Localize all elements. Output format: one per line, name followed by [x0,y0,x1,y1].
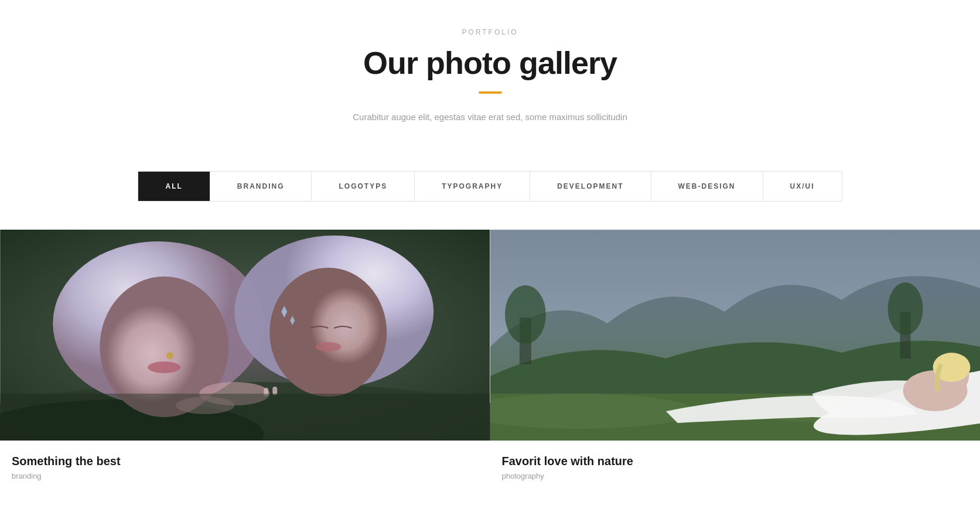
caption-category-2: photography [502,472,969,480]
svg-point-9 [315,342,341,351]
svg-point-24 [887,282,923,335]
filter-tab-logotyps[interactable]: LOGOTYPS [312,172,415,201]
filter-tab-development[interactable]: DEVELOPMENT [530,172,651,201]
title-underline [479,91,502,94]
page-wrapper: PORTFOLIO Our photo gallery Curabitur au… [0,0,980,490]
svg-point-8 [269,268,387,397]
filter-tab-branding[interactable]: BRANDING [210,172,312,201]
svg-rect-14 [0,394,490,441]
portfolio-label: PORTFOLIO [12,28,968,36]
svg-rect-13 [272,387,277,395]
gallery-caption-1: Something the best branding [0,441,490,490]
caption-title-2: Favorit love with nature [502,455,969,468]
gallery-image-1 [0,230,490,441]
gallery-image-2 [490,230,981,441]
svg-point-5 [166,352,173,359]
subtitle: Curabitur augue elit, egestas vitae erat… [12,110,968,124]
svg-point-22 [504,285,545,344]
filter-tab-ux-ui[interactable]: UX/UI [763,172,842,201]
filter-tab-typography[interactable]: TYPOGRAPHY [415,172,530,201]
gallery-item-1[interactable]: Something the best branding [0,230,490,490]
gallery-caption-2: Favorit love with nature photography [490,441,981,490]
gallery-item-2[interactable]: Favorit love with nature photography [490,230,981,490]
caption-category-1: branding [12,472,479,480]
filter-tab-all[interactable]: ALL [138,172,210,201]
gallery-title: Our photo gallery [12,45,968,81]
caption-title-1: Something the best [12,455,479,468]
filter-bar: ALLBRANDINGLOGOTYPSTYPOGRAPHYDEVELOPMENT… [138,171,842,202]
header-section: PORTFOLIO Our photo gallery Curabitur au… [0,0,980,148]
svg-point-6 [148,361,180,373]
filter-tab-web-design[interactable]: WEB-DESIGN [651,172,763,201]
gallery-grid: Something the best branding [0,230,980,490]
